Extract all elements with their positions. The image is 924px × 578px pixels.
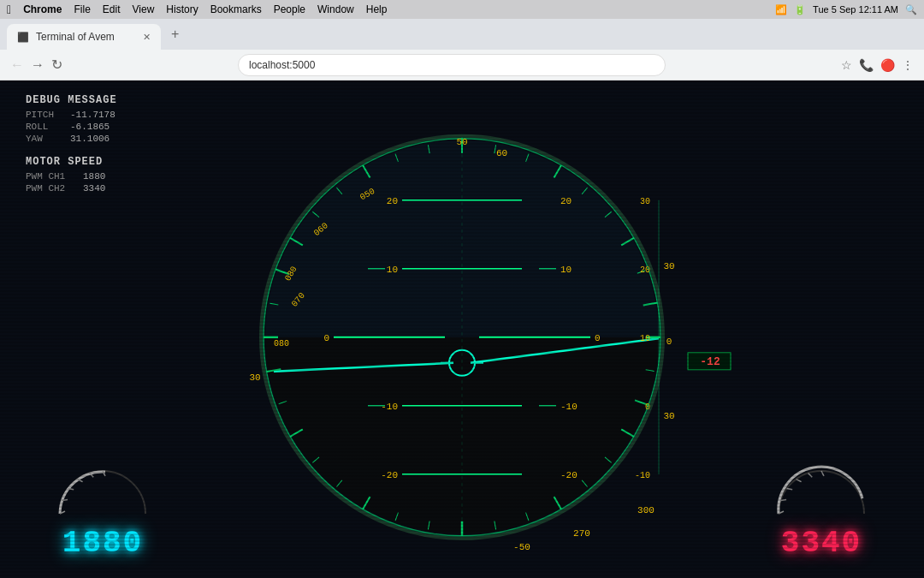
battery-icon: 🔋 [794,4,806,15]
hud-display: 10 10 0 0 -10 -10 -20 -20 20 [0,80,924,578]
horizon-svg: 10 10 0 0 -10 -10 -20 -20 20 [163,80,761,559]
pitch-row: PITCH -11.7178 [26,110,117,120]
svg-text:10: 10 [640,333,650,343]
svg-text:0: 0 [666,336,672,346]
right-gauge-arc [779,467,864,522]
gauge-right-value: 3340 [770,526,873,561]
pwm-ch2-row: PWM CH2 3340 [26,183,105,194]
pitch-value: -11.7178 [70,110,116,120]
svg-text:-10: -10 [635,470,650,480]
yaw-value: 31.1006 [70,134,110,144]
svg-text:30: 30 [249,372,260,382]
extension-icon[interactable]: 🔴 [880,58,895,72]
svg-text:10: 10 [560,264,572,274]
tab-favicon: ⬛ [17,32,29,43]
svg-text:30: 30 [663,410,674,420]
menubar-window[interactable]: Window [317,3,354,15]
chrome-tab-bar: ⬛ Terminal of Avem ✕ + [0,19,924,50]
svg-text:60: 60 [496,147,507,158]
menubar-edit[interactable]: Edit [103,3,121,15]
svg-text:-20: -20 [381,469,398,480]
svg-text:30: 30 [640,196,650,206]
settings-icon[interactable]: ⋮ [902,58,914,72]
roll-label: ROLL [26,122,60,132]
gauge-left-value: 1880 [51,526,154,561]
svg-text:-12: -12 [700,355,720,367]
menubar-chrome[interactable]: Chrome [23,3,62,15]
menubar-help[interactable]: Help [366,3,388,15]
active-tab[interactable]: ⬛ Terminal of Avem ✕ [7,24,161,50]
menubar:  Chrome File Edit View History Bookmark… [0,0,924,19]
forward-button[interactable]: → [31,57,44,73]
menubar-view[interactable]: View [133,3,155,15]
pitch-label: PITCH [26,110,60,120]
menubar-file[interactable]: File [74,3,90,15]
tab-close-button[interactable]: ✕ [143,32,151,43]
search-icon[interactable]: 🔍 [905,4,917,15]
svg-text:0: 0 [323,332,329,343]
refresh-button[interactable]: ↻ [51,57,62,73]
yaw-label: YAW [26,134,60,144]
svg-text:270: 270 [573,527,590,538]
ch2-value: 3340 [83,183,105,194]
motor-panel: MOTOR SPEED PWM CH1 1880 PWM CH2 3340 [26,156,105,195]
menubar-people[interactable]: People [274,3,305,15]
svg-text:10: 10 [387,264,398,274]
roll-value: -6.1865 [70,122,110,132]
left-gauge-arc [60,471,145,522]
yaw-row: YAW 31.1006 [26,134,117,144]
pwm-ch1-row: PWM CH1 1880 [26,171,105,182]
back-button[interactable]: ← [10,57,24,73]
new-tab-button[interactable]: + [164,27,186,42]
debug-panel: DEBUG MESSAGE PITCH -11.7178 ROLL -6.186… [26,94,117,146]
svg-text:50: 50 [456,136,467,146]
menubar-bookmarks[interactable]: Bookmarks [210,3,262,15]
debug-title: DEBUG MESSAGE [26,94,117,106]
bookmark-star-icon[interactable]: ☆ [841,58,852,72]
svg-text:0: 0 [595,332,601,343]
url-bar[interactable]: localhost:5000 [238,54,666,76]
apple-icon[interactable]:  [7,3,11,16]
svg-text:20: 20 [560,195,572,206]
menubar-history[interactable]: History [166,3,198,15]
motor-title: MOTOR SPEED [26,156,105,168]
tab-title: Terminal of Avem [36,31,136,43]
svg-text:20: 20 [387,195,398,206]
svg-text:-10: -10 [560,401,578,411]
gauge-right: 3340 [770,462,873,561]
svg-text:-10: -10 [381,401,398,411]
ch2-label: PWM CH2 [26,183,73,194]
datetime: Tue 5 Sep 12:11 AM [813,4,898,15]
svg-text:080: 080 [274,338,289,348]
roll-row: ROLL -6.1865 [26,122,117,132]
main-content: DEBUG MESSAGE PITCH -11.7178 ROLL -6.186… [0,80,924,578]
address-bar: ← → ↻ localhost:5000 ☆ 📞 🔴 ⋮ [0,50,924,80]
svg-text:300: 300 [637,504,654,515]
wifi-icon: 📶 [775,4,787,15]
ch1-value: 1880 [83,171,105,182]
svg-text:30: 30 [663,260,674,271]
url-text: localhost:5000 [249,59,315,71]
svg-text:-20: -20 [560,469,578,480]
gauge-left: 1880 [51,462,154,561]
ch1-label: PWM CH1 [26,171,73,182]
phone-icon[interactable]: 📞 [859,58,874,72]
svg-text:-50: -50 [513,541,530,551]
